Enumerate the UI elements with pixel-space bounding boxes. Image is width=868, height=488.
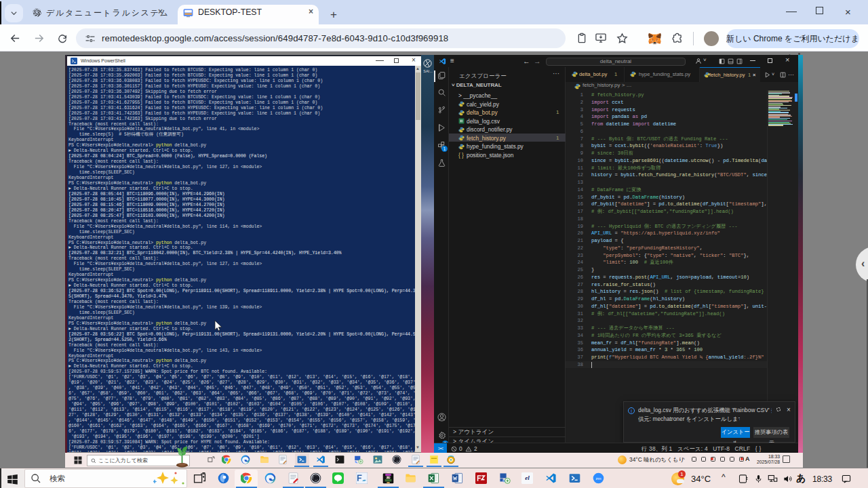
svg-text:zm: zm [595, 476, 601, 481]
svg-text:el: el [525, 474, 530, 481]
